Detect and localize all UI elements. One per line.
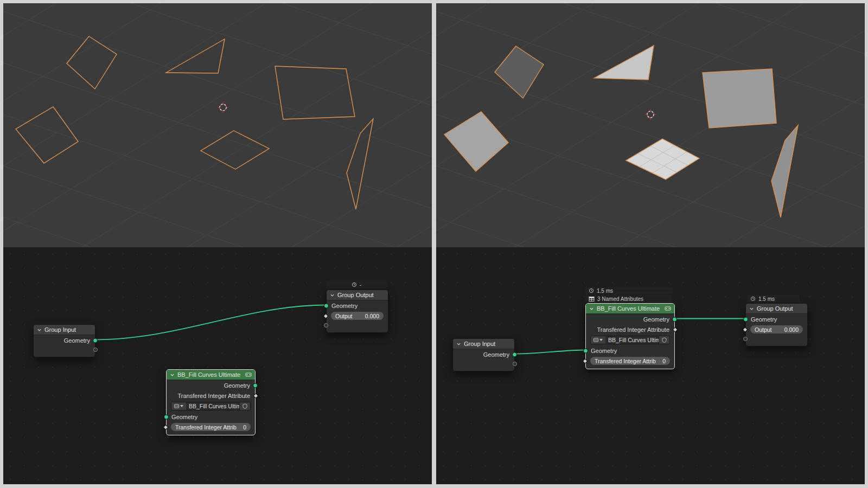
socket-label: Geometry (751, 316, 777, 323)
datablock-name[interactable]: BB_Fill Curves Ultim... (605, 336, 659, 344)
nodetree-icon (174, 404, 179, 408)
field-value: 0.000 (365, 313, 379, 319)
timer-label: 1.5 ms (747, 295, 800, 303)
chevron-down-icon[interactable] (589, 306, 594, 311)
geometry-output-socket[interactable] (512, 352, 517, 357)
output-value-field[interactable]: Output 0.000 (331, 312, 384, 320)
socket-label: Transfered Integer Attribute (178, 393, 251, 399)
geometry-output-socket[interactable] (672, 317, 677, 322)
virtual-socket-row (34, 345, 95, 354)
group-output-header[interactable]: Group Output (746, 304, 807, 314)
right-3d-viewport[interactable] (436, 3, 865, 247)
socket-label: Geometry (483, 351, 509, 358)
virtual-socket[interactable] (93, 348, 98, 352)
group-input-node[interactable]: Group Input Geometry (452, 338, 515, 371)
geometry-input-socket[interactable] (164, 414, 169, 419)
shield-icon (242, 403, 247, 409)
left-3d-viewport[interactable] (3, 3, 432, 247)
attribute-output-socket[interactable] (253, 393, 259, 399)
geometry-input-socket[interactable] (324, 303, 329, 308)
nodetree-icon (593, 338, 598, 342)
curve-quad-topleft[interactable] (67, 36, 117, 89)
right-node-editor[interactable]: 1.5 ms 3 Named Attributes 1.5 ms Group I… (436, 247, 865, 484)
socket-label: Geometry (331, 303, 358, 309)
viewport-grid (436, 3, 865, 247)
output-value-row: Output 0.000 (327, 311, 388, 321)
curve-large-quad[interactable] (275, 66, 355, 119)
group-input-header[interactable]: Group Input (453, 339, 514, 349)
output-field-socket[interactable] (743, 327, 748, 332)
attribute-field[interactable]: Transfered Integer Attrib 0 (171, 423, 251, 431)
fill-curves-node[interactable]: BB_Fill Curves Ultimate Geometry Transfe… (585, 303, 675, 369)
3d-cursor (218, 102, 228, 113)
attribute-field[interactable]: Transfered Integer Attrib 0 (590, 357, 670, 365)
chevron-down-icon[interactable] (749, 306, 754, 311)
node-title: BB_Fill Curves Ultimate (597, 305, 662, 312)
geometry-output-row: Geometry (453, 349, 514, 359)
fill-curves-header[interactable]: BB_Fill Curves Ultimate (167, 370, 255, 380)
chevron-down-icon[interactable] (170, 373, 175, 377)
fill-curves-header[interactable]: BB_Fill Curves Ultimate (586, 304, 674, 314)
chevron-down-icon[interactable] (37, 328, 42, 332)
filled-quad-topleft[interactable] (495, 46, 544, 98)
virtual-socket[interactable] (513, 362, 517, 366)
output-field-socket[interactable] (323, 313, 329, 319)
output-value-field[interactable]: Output 0.000 (750, 325, 803, 333)
curve-parallelogram[interactable] (16, 107, 78, 163)
node-group-icon (245, 372, 252, 377)
left-panel: - Group Input Geometry (3, 3, 432, 484)
geometry-input-row: Geometry (586, 345, 674, 356)
field-label: Output (755, 326, 772, 333)
group-output-node[interactable]: Group Output Geometry Output 0.000 (326, 290, 388, 333)
chevron-down-icon[interactable] (330, 293, 335, 298)
attribute-output-socket[interactable] (673, 327, 678, 332)
attribute-input-row: Transfered Integer Attrib 0 (167, 422, 255, 432)
left-node-editor[interactable]: - Group Input Geometry (3, 247, 432, 484)
geometry-output-row: Geometry (34, 335, 95, 345)
wire-groupinput-to-fillnode (515, 350, 585, 354)
socket-label: Geometry (171, 414, 197, 420)
geometry-output-row: Geometry (167, 380, 255, 390)
group-output-node[interactable]: Group Output Geometry Output 0.000 (745, 303, 808, 346)
spreadsheet-icon (589, 296, 595, 302)
virtual-socket-row (327, 321, 388, 330)
group-input-header[interactable]: Group Input (34, 325, 95, 335)
filled-diamond[interactable] (626, 139, 699, 179)
node-title: Group Input (464, 341, 511, 347)
clock-icon (589, 288, 594, 293)
field-label: Transfered Integer Attrib (175, 424, 237, 431)
datablock-selector[interactable]: BB_Fill Curves Ultim... (171, 402, 251, 410)
socket-label: Geometry (591, 348, 617, 354)
timer-value: 1.5 ms (758, 296, 775, 302)
field-value: 0.000 (784, 326, 799, 333)
datablock-browse-button[interactable] (591, 336, 605, 344)
geometry-output-row: Geometry (586, 314, 674, 324)
fake-user-button[interactable] (659, 336, 669, 344)
datablock-selector[interactable]: BB_Fill Curves Ultim... (590, 336, 670, 344)
attribute-input-socket[interactable] (583, 358, 588, 364)
filled-large-quad[interactable] (703, 69, 776, 128)
virtual-socket[interactable] (743, 337, 748, 341)
virtual-socket-row (453, 359, 514, 368)
node-group-icon (665, 306, 671, 311)
geometry-output-socket[interactable] (93, 338, 98, 343)
output-value-row: Output 0.000 (746, 324, 807, 335)
socket-label: Transfered Integer Attribute (597, 326, 670, 333)
geometry-input-socket[interactable] (743, 317, 748, 322)
filled-sliver[interactable] (771, 125, 798, 217)
geometry-input-socket[interactable] (583, 348, 588, 353)
group-input-node[interactable]: Group Input Geometry (33, 324, 95, 357)
attribute-output-row: Transfered Integer Attribute (586, 324, 674, 335)
field-label: Output (335, 313, 353, 319)
group-output-header[interactable]: Group Output (327, 290, 388, 300)
curve-triangle[interactable] (166, 39, 225, 73)
fake-user-button[interactable] (239, 402, 250, 410)
datablock-browse-button[interactable] (171, 402, 186, 410)
geometry-output-socket[interactable] (253, 383, 258, 388)
field-value: 0 (243, 424, 246, 431)
datablock-name[interactable]: BB_Fill Curves Ultim... (186, 402, 239, 410)
virtual-socket[interactable] (324, 323, 328, 328)
chevron-down-icon[interactable] (456, 342, 461, 346)
attribute-input-socket[interactable] (163, 425, 169, 430)
fill-curves-node[interactable]: BB_Fill Curves Ultimate Geometry Transfe… (166, 369, 256, 435)
